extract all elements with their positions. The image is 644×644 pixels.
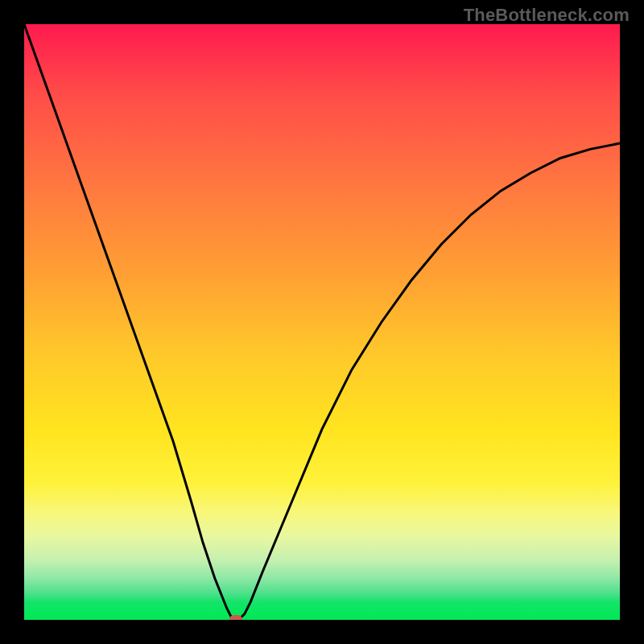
plot-area [24, 24, 620, 620]
optimal-point-marker [229, 615, 242, 620]
watermark-text: TheBottleneck.com [464, 5, 630, 26]
bottleneck-curve [24, 24, 620, 620]
curve-svg [24, 24, 620, 620]
chart-container: TheBottleneck.com [0, 0, 644, 644]
